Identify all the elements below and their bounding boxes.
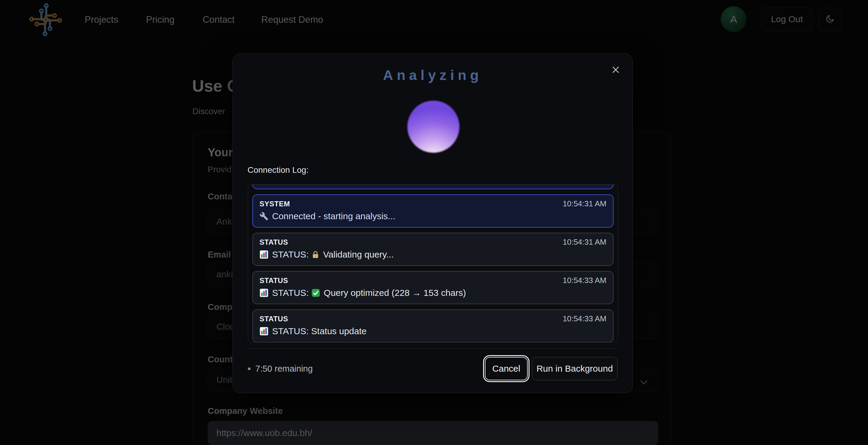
log-entry-type: STATUS: [259, 315, 288, 323]
analyzing-orb: [407, 100, 460, 153]
modal-title: Analyzing: [233, 67, 632, 83]
connection-log[interactable]: SYSTEM10:54:31 AMConnected - starting an…: [248, 184, 618, 343]
cancel-button[interactable]: Cancel: [485, 357, 528, 380]
log-entry-time: 10:54:31 AM: [563, 199, 607, 208]
log-entry-time: 10:54:33 AM: [563, 276, 607, 285]
log-entry: STATUS10:54:33 AMSTATUS: Query optimized…: [252, 271, 614, 304]
modal-footer: 7:50 remaining Cancel Run in Background: [248, 356, 618, 382]
log-entry: STATUS10:54:31 AMSTATUS: Validating quer…: [252, 233, 614, 266]
log-entry-time: 10:54:31 AM: [563, 237, 607, 247]
log-entry-message: Connected - starting analysis...: [259, 210, 607, 224]
lock-icon: [311, 250, 320, 262]
bar-chart-icon: [259, 327, 269, 338]
log-entry-type: SYSTEM: [259, 200, 290, 208]
log-entry-type: STATUS: [259, 238, 288, 246]
log-entry-message: STATUS: Validating query...: [259, 249, 607, 262]
log-entry: STATUS10:54:33 AMSTATUS: Status update: [252, 309, 614, 343]
log-entry-message: STATUS: Status update: [259, 326, 607, 338]
log-entry: SYSTEM10:54:31 AMConnected - starting an…: [252, 195, 614, 228]
analyzing-modal: Analyzing Connection Log: SYSTEM10:54:31…: [232, 53, 633, 393]
log-entries: SYSTEM10:54:31 AMConnected - starting an…: [252, 184, 614, 343]
run-in-background-button[interactable]: Run in Background: [532, 357, 618, 380]
log-entry-type: STATUS: [259, 276, 288, 285]
connection-log-label: Connection Log:: [248, 165, 309, 175]
check-icon: [311, 288, 320, 300]
log-entry-time: 10:54:33 AM: [563, 314, 607, 323]
status-dot-icon: [248, 367, 250, 370]
time-remaining: 7:50 remaining: [248, 364, 313, 374]
log-entry-message: STATUS: Query optimized (228 → 153 chars…: [259, 287, 607, 300]
bar-chart-icon: [259, 288, 269, 300]
log-entry-partial-top: [252, 184, 614, 189]
wrench-icon: [259, 212, 269, 224]
footer-divider: [248, 348, 618, 349]
bar-chart-icon: [259, 250, 269, 262]
